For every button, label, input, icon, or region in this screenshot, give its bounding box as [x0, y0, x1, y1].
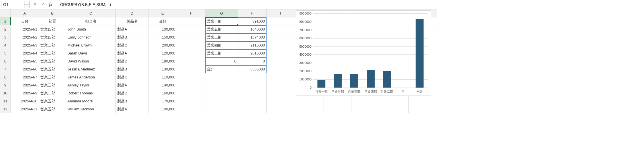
- cell-E3[interactable]: 150,000: [148, 33, 177, 41]
- column-header-A[interactable]: A: [11, 9, 39, 17]
- cell-C11[interactable]: Amanda Moore: [66, 97, 116, 105]
- cell-M12[interactable]: [380, 105, 409, 113]
- cell-L11[interactable]: [352, 97, 380, 105]
- cell-E10[interactable]: 160,000: [148, 89, 177, 97]
- cell-F2[interactable]: [177, 25, 205, 33]
- cell-N12[interactable]: [409, 105, 437, 113]
- row-header-4[interactable]: 4: [0, 41, 11, 49]
- cell-B5[interactable]: 営業三部: [39, 49, 66, 57]
- row-header-3[interactable]: 3: [0, 33, 11, 41]
- bar-合計[interactable]: [416, 19, 424, 88]
- cell-A10[interactable]: 2025/4/9: [11, 89, 39, 97]
- cell-F10[interactable]: [177, 89, 205, 97]
- cell-F7[interactable]: [177, 65, 205, 73]
- cell-E6[interactable]: 180,000: [148, 57, 177, 65]
- cell-I9[interactable]: [267, 81, 295, 89]
- chevron-up-icon[interactable]: ▴: [24, 1, 29, 5]
- cell-D6[interactable]: 製品D: [116, 57, 148, 65]
- cell-G3[interactable]: 営業三部: [205, 33, 238, 41]
- cell-A12[interactable]: 2025/4/11: [11, 105, 39, 113]
- cell-H2[interactable]: 1640000: [238, 25, 267, 33]
- bar-営業五部[interactable]: [334, 74, 342, 88]
- column-header-D[interactable]: D: [116, 9, 148, 17]
- cell-H4[interactable]: 2115000: [238, 41, 267, 49]
- cell-D8[interactable]: 製品C: [116, 73, 148, 81]
- cell-A7[interactable]: 2025/4/6: [11, 65, 39, 73]
- row-header-7[interactable]: 7: [0, 65, 11, 73]
- cell-I1[interactable]: [267, 17, 295, 25]
- name-box-spinners[interactable]: ▴ ▾: [24, 1, 29, 8]
- cell-C4[interactable]: Michael Brown: [66, 41, 116, 49]
- cell-I11[interactable]: [267, 97, 295, 105]
- cell-D5[interactable]: 製品A: [116, 49, 148, 57]
- cell-B1[interactable]: 部署: [39, 17, 66, 25]
- bar-営業二部[interactable]: [383, 71, 391, 88]
- cell-A11[interactable]: 2025/4/10: [11, 97, 39, 105]
- row-header-5[interactable]: 5: [0, 49, 11, 57]
- cell-C10[interactable]: Robert Thomas: [66, 89, 116, 97]
- cell-I7[interactable]: [267, 65, 295, 73]
- cell-G4[interactable]: 営業四部: [205, 41, 238, 49]
- row-header-11[interactable]: 11: [0, 97, 11, 105]
- cell-H1[interactable]: 891000: [238, 17, 267, 25]
- cell-A5[interactable]: 2025/4/4: [11, 49, 39, 57]
- cell-E7[interactable]: 130,000: [148, 65, 177, 73]
- row-header-10[interactable]: 10: [0, 89, 11, 97]
- name-box[interactable]: G1 ▴ ▾: [1, 1, 30, 8]
- column-header-C[interactable]: C: [66, 9, 116, 17]
- row-header-6[interactable]: 6: [0, 57, 11, 65]
- column-header-I[interactable]: I: [267, 9, 295, 17]
- column-header-F[interactable]: F: [177, 9, 205, 17]
- chevron-down-icon[interactable]: ▾: [24, 5, 29, 8]
- cell-D9[interactable]: 製品A: [116, 81, 148, 89]
- cell-C7[interactable]: Jessica Martinez: [66, 65, 116, 73]
- cell-E8[interactable]: 110,000: [148, 73, 177, 81]
- cell-E11[interactable]: 170,000: [148, 97, 177, 105]
- cell-G8[interactable]: [205, 73, 238, 81]
- cell-E9[interactable]: 140,000: [148, 81, 177, 89]
- cell-I5[interactable]: [267, 49, 295, 57]
- select-all-corner[interactable]: [0, 9, 11, 17]
- cell-B11[interactable]: 営業五部: [39, 97, 66, 105]
- cell-F11[interactable]: [177, 97, 205, 105]
- cell-H8[interactable]: [238, 73, 267, 81]
- cancel-button[interactable]: ✕: [31, 1, 39, 8]
- cell-D11[interactable]: 製品B: [116, 97, 148, 105]
- cell-K12[interactable]: [323, 105, 352, 113]
- cell-G1[interactable]: 営業一部: [205, 17, 238, 25]
- cell-H12[interactable]: [238, 105, 267, 113]
- formula-input[interactable]: =GROUPBY(B:B,E:E,SUM,,,,): [56, 1, 644, 8]
- cell-C9[interactable]: Ashley Taylor: [66, 81, 116, 89]
- cell-I8[interactable]: [267, 73, 295, 81]
- cell-G7[interactable]: 合計: [205, 65, 238, 73]
- cell-C5[interactable]: Sarah Davis: [66, 49, 116, 57]
- cell-J11[interactable]: [295, 97, 323, 105]
- cell-F3[interactable]: [177, 33, 205, 41]
- cell-D12[interactable]: 製品A: [116, 105, 148, 113]
- cell-A4[interactable]: 2025/4/3: [11, 41, 39, 49]
- insert-function-button[interactable]: fx: [47, 1, 55, 8]
- bar-営業四部[interactable]: [367, 70, 375, 88]
- cell-C12[interactable]: William Jackson: [66, 105, 116, 113]
- row-header-1[interactable]: 1: [0, 17, 11, 25]
- cell-G12[interactable]: [205, 105, 238, 113]
- cell-F12[interactable]: [177, 105, 205, 113]
- cell-K11[interactable]: [323, 97, 352, 105]
- embedded-chart[interactable]: 0100000020000003000000400000050000006000…: [296, 10, 431, 96]
- cell-H5[interactable]: 2015000: [238, 49, 267, 57]
- cell-D1[interactable]: 製品名: [116, 17, 148, 25]
- cell-A2[interactable]: 2025/4/1: [11, 25, 39, 33]
- cell-F6[interactable]: [177, 57, 205, 65]
- cell-A3[interactable]: 2025/4/2: [11, 33, 39, 41]
- column-header-E[interactable]: E: [148, 9, 177, 17]
- row-header-9[interactable]: 9: [0, 81, 11, 89]
- row-header-8[interactable]: 8: [0, 73, 11, 81]
- cell-E5[interactable]: 120,000: [148, 49, 177, 57]
- cell-I6[interactable]: [267, 57, 295, 65]
- bar-営業三部[interactable]: [350, 74, 358, 88]
- cell-C1[interactable]: 担当者: [66, 17, 116, 25]
- cell-G5[interactable]: 営業二部: [205, 49, 238, 57]
- cell-B7[interactable]: 営業五部: [39, 65, 66, 73]
- confirm-button[interactable]: ✓: [39, 1, 47, 8]
- cell-B10[interactable]: 営業二部: [39, 89, 66, 97]
